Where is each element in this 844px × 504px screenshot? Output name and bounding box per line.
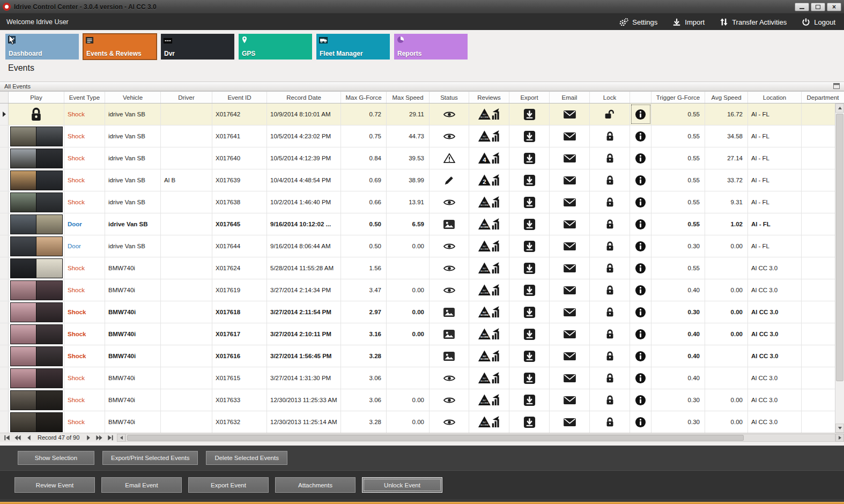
lock-closed-icon[interactable] — [590, 169, 630, 191]
maximize-button[interactable] — [811, 3, 825, 11]
scroll-down-icon[interactable] — [835, 424, 844, 433]
info-icon[interactable] — [630, 389, 651, 411]
column-header-lock[interactable]: Lock — [590, 92, 630, 103]
event-thumbnail[interactable] — [9, 279, 64, 301]
email-icon[interactable] — [550, 169, 590, 191]
info-icon[interactable] — [630, 125, 651, 147]
status-pencil-icon[interactable] — [430, 169, 469, 191]
reviews-score-icon[interactable]: NOSCORE — [469, 389, 509, 411]
event-thumbnail-image[interactable] — [10, 324, 63, 344]
nav-tile-events-reviews[interactable]: Events & Reviews — [83, 34, 157, 60]
lock-closed-icon[interactable] — [590, 213, 630, 235]
lock-closed-icon[interactable] — [590, 235, 630, 257]
event-thumbnail[interactable] — [9, 301, 64, 323]
record-nav-last-icon[interactable] — [105, 434, 115, 442]
event-thumbnail-image[interactable] — [10, 346, 63, 366]
lock-closed-icon[interactable] — [590, 191, 630, 213]
logout-action[interactable]: Logout — [802, 18, 835, 26]
event-thumbnail-image[interactable] — [10, 302, 63, 322]
info-icon[interactable] — [630, 257, 651, 279]
vertical-scroll-track[interactable] — [835, 113, 844, 424]
event-thumbnail-image[interactable] — [10, 280, 63, 300]
column-header-export[interactable]: Export — [509, 92, 550, 103]
show-selection-button[interactable]: Show Selection — [18, 451, 94, 465]
reviews-score-icon[interactable]: NOSCORE — [469, 301, 509, 323]
event-thumbnail[interactable] — [9, 235, 64, 257]
column-header-play[interactable]: Play — [9, 92, 64, 103]
event-thumbnail-image[interactable] — [10, 127, 63, 146]
export-icon[interactable] — [509, 103, 550, 125]
record-nav-next-icon[interactable] — [84, 434, 93, 442]
record-nav-first-icon[interactable] — [2, 434, 12, 442]
export-icon[interactable] — [509, 169, 550, 191]
attachments-button[interactable]: Attachments — [275, 477, 356, 493]
export-event-button[interactable]: Export Event — [188, 477, 269, 493]
email-icon[interactable] — [550, 367, 590, 389]
vertical-scroll-thumb[interactable] — [836, 114, 843, 381]
export-icon[interactable] — [509, 323, 550, 345]
status-photo-icon[interactable] — [430, 301, 469, 323]
nav-tile-dvr[interactable]: Dvr — [161, 34, 234, 60]
review-event-button[interactable]: Review Event — [14, 477, 95, 493]
status-eye-icon[interactable] — [430, 191, 469, 213]
column-header-avg-speed[interactable]: Avg Speed — [705, 92, 748, 103]
column-header-event-type[interactable]: Event Type — [64, 92, 105, 103]
column-header-location[interactable]: Location — [748, 92, 802, 103]
table-row[interactable]: ShockBMW740iX01763212/30/2013 11:25:14 A… — [0, 411, 844, 433]
email-icon[interactable] — [550, 301, 590, 323]
table-row[interactable]: Shockidrive Van SBX01763810/2/2014 1:46:… — [0, 191, 844, 213]
info-icon[interactable] — [630, 411, 651, 433]
export-icon[interactable] — [509, 367, 550, 389]
reviews-score-icon[interactable]: NOSCORE — [469, 257, 509, 279]
email-icon[interactable] — [550, 389, 590, 411]
email-icon[interactable] — [550, 279, 590, 301]
delete-selected-events-button[interactable]: Delete Selected Events — [206, 451, 287, 465]
status-eye-icon[interactable] — [430, 411, 469, 433]
record-nav-prev-page-icon[interactable] — [13, 434, 23, 442]
table-row[interactable]: ShockBMW740iX0176163/27/2014 1:56:45 PM3… — [0, 345, 844, 367]
status-eye-icon[interactable] — [430, 103, 469, 125]
column-header-vehicle[interactable]: Vehicle — [105, 92, 161, 103]
lock-closed-icon[interactable] — [590, 147, 630, 169]
column-header-email[interactable]: Email — [550, 92, 590, 103]
lock-closed-icon[interactable] — [590, 257, 630, 279]
info-icon[interactable] — [630, 147, 651, 169]
event-thumbnail-image[interactable] — [10, 390, 63, 410]
lock-closed-icon[interactable] — [590, 367, 630, 389]
column-header-event-id[interactable]: Event ID — [212, 92, 267, 103]
info-icon[interactable] — [630, 345, 651, 367]
scroll-left-icon[interactable] — [117, 434, 125, 442]
email-icon[interactable] — [550, 125, 590, 147]
info-icon[interactable] — [630, 323, 651, 345]
record-nav-prev-icon[interactable] — [24, 434, 33, 442]
scroll-up-icon[interactable] — [835, 103, 844, 113]
status-eye-icon[interactable] — [430, 235, 469, 257]
table-row[interactable]: Dooridrive Van SBX0176459/16/2014 10:12:… — [0, 213, 844, 235]
info-icon[interactable] — [630, 301, 651, 323]
status-eye-icon[interactable] — [430, 125, 469, 147]
scroll-right-icon[interactable] — [835, 434, 844, 442]
column-header-record-date[interactable]: Record Date — [267, 92, 341, 103]
import-action[interactable]: Import — [672, 18, 705, 26]
event-thumbnail[interactable] — [9, 411, 64, 433]
email-event-button[interactable]: Email Event — [101, 477, 182, 493]
email-icon[interactable] — [550, 191, 590, 213]
event-thumbnail-image[interactable] — [10, 368, 63, 388]
export-icon[interactable] — [509, 345, 550, 367]
horizontal-scroll-thumb[interactable] — [127, 435, 744, 441]
table-row[interactable]: Shockidrive Van SBAl BX01763910/4/2014 4… — [0, 169, 844, 191]
email-icon[interactable] — [550, 147, 590, 169]
reviews-score-icon[interactable]: NOSCORE — [469, 103, 509, 125]
lock-open-icon[interactable] — [590, 103, 630, 125]
table-row[interactable]: ShockBMW740iX0176183/27/2014 2:11:54 PM2… — [0, 301, 844, 323]
table-row[interactable]: Shockidrive Van SBX01764110/5/2014 4:23:… — [0, 125, 844, 147]
email-icon[interactable] — [550, 235, 590, 257]
lock-closed-icon[interactable] — [590, 125, 630, 147]
email-icon[interactable] — [550, 411, 590, 433]
email-icon[interactable] — [550, 103, 590, 125]
event-thumbnail-image[interactable] — [10, 149, 63, 168]
column-header-trigger-g-force[interactable]: Trigger G-Force — [651, 92, 705, 103]
export-icon[interactable] — [509, 389, 550, 411]
vertical-scrollbar[interactable] — [835, 103, 844, 433]
event-thumbnail[interactable] — [9, 213, 64, 235]
